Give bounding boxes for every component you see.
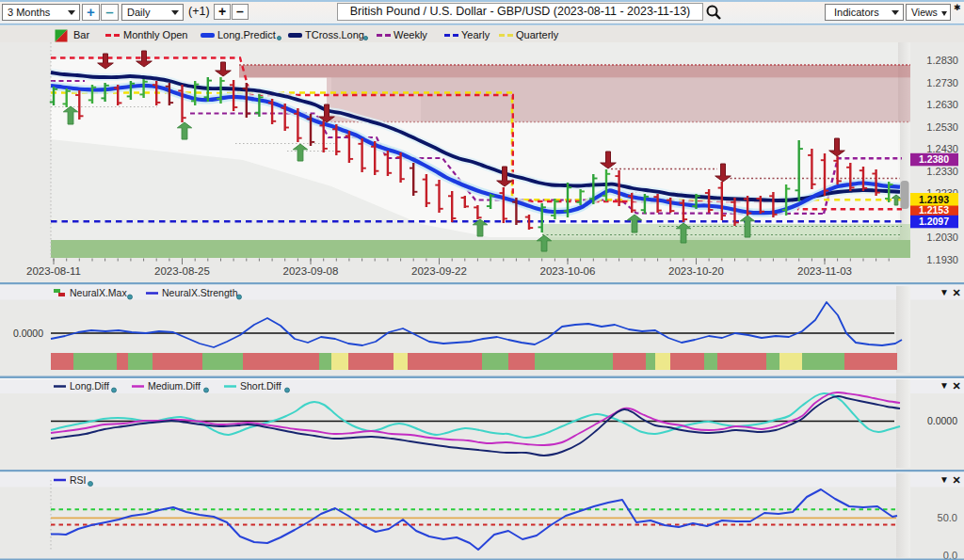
svg-text:1.2153: 1.2153 [919, 204, 949, 216]
svg-text:0.0000: 0.0000 [927, 415, 957, 426]
svg-text:Long.Diff: Long.Diff [70, 380, 109, 392]
svg-text:1.2630: 1.2630 [926, 99, 958, 110]
svg-text:Short.Diff: Short.Diff [240, 380, 281, 392]
svg-text:0.0000: 0.0000 [13, 328, 43, 339]
svg-text:1.2330: 1.2330 [926, 166, 958, 177]
svg-text:2023-08-25: 2023-08-25 [154, 265, 210, 277]
svg-text:2023-10-20: 2023-10-20 [668, 265, 724, 277]
svg-text:1.2193: 1.2193 [919, 194, 949, 205]
svg-text:1.1930: 1.1930 [926, 254, 958, 265]
svg-text:2023-10-06: 2023-10-06 [540, 265, 596, 277]
svg-text:1.2030: 1.2030 [926, 232, 958, 243]
svg-text:1.2430: 1.2430 [926, 143, 958, 154]
svg-text:✕: ✕ [952, 380, 960, 392]
svg-text:1.2097: 1.2097 [919, 216, 949, 227]
svg-text:1.2830: 1.2830 [926, 55, 958, 66]
svg-text:▼: ▼ [940, 380, 949, 391]
svg-text:NeuralX.Max: NeuralX.Max [70, 287, 127, 298]
svg-text:1.2380: 1.2380 [919, 153, 949, 165]
svg-text:NeuralX.Strength: NeuralX.Strength [162, 287, 238, 298]
svg-text:✕: ✕ [952, 474, 960, 486]
svg-text:1.2530: 1.2530 [926, 121, 958, 133]
svg-text:▼: ▼ [940, 287, 949, 297]
svg-text:2023-08-11: 2023-08-11 [26, 265, 81, 277]
svg-text:1.2730: 1.2730 [926, 77, 958, 88]
svg-text:0.0: 0.0 [943, 550, 957, 560]
svg-text:Medium.Diff: Medium.Diff [148, 380, 201, 392]
svg-text:▼: ▼ [940, 474, 949, 485]
svg-text:50.0: 50.0 [938, 512, 957, 523]
svg-text:2023-09-08: 2023-09-08 [283, 265, 339, 277]
svg-text:2023-11-03: 2023-11-03 [797, 265, 852, 277]
svg-text:✕: ✕ [952, 287, 960, 298]
svg-text:2023-09-22: 2023-09-22 [411, 265, 467, 277]
svg-text:RSI: RSI [70, 474, 87, 486]
